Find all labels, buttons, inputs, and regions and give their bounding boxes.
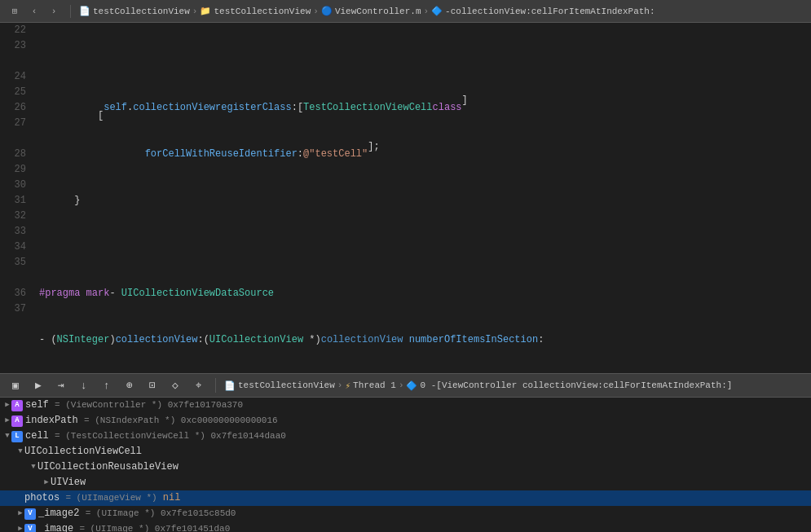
- code-line-22: [39, 54, 804, 69]
- var-type-icon-image: V: [24, 524, 36, 533]
- debug-bc-sep-2: ›: [399, 380, 404, 390]
- debug-bc-item-1: testCollectionView: [238, 380, 335, 390]
- var-type-image2: = (UIImage *) 0x7fe1015c85d0: [86, 506, 236, 521]
- step-into-button[interactable]: ↓: [75, 376, 93, 394]
- var-type-icon-cell: L: [11, 431, 23, 442]
- var-type-cell: = (TestCollectionViewCell *) 0x7fe10144d…: [55, 429, 286, 444]
- debug-divider: [215, 378, 216, 393]
- code-line-23: [self.collectionView registerClass:[Test…: [39, 100, 804, 116]
- var-row-uiview[interactable]: ▶ UIView: [0, 475, 811, 490]
- breadcrumb: 📄 testCollectionView › 📁 testCollectionV…: [79, 6, 804, 16]
- breadcrumb-item-3[interactable]: 🔵 ViewController.m: [321, 6, 421, 16]
- code-line-24: }: [39, 193, 804, 209]
- objc-file-icon: 🔵: [321, 6, 333, 16]
- breadcrumb-item-4[interactable]: 🔷 -collectionView:cellForItemAtIndexPath…: [431, 6, 655, 16]
- folder-icon: 📁: [200, 6, 211, 16]
- var-type-self: = (ViewController *) 0x7fe10170a370: [55, 398, 243, 413]
- view-debugger-button[interactable]: ⊡: [143, 376, 161, 394]
- breadcrumb-label-4: -collectionView:cellForItemAtIndexPath:: [445, 7, 655, 16]
- var-row-cell[interactable]: ▼ L cell = (TestCollectionViewCell *) 0x…: [0, 429, 811, 444]
- step-out-button[interactable]: ↑: [98, 376, 116, 394]
- continue-button[interactable]: ▶: [29, 376, 47, 394]
- forward-button[interactable]: ›: [46, 4, 62, 19]
- expand-icon-indexpath: ▶: [3, 413, 11, 429]
- var-row-self[interactable]: ▶ A self = (ViewController *) 0x7fe10170…: [0, 398, 811, 413]
- toolbar-divider: [70, 5, 71, 18]
- expand-icon-image2: ▶: [16, 506, 24, 521]
- expand-icon-uicrv: ▼: [29, 459, 37, 475]
- step-over-button[interactable]: ⇥: [52, 376, 70, 394]
- var-row-image[interactable]: ▶ V _image = (UIImage *) 0x7fe101451da0: [0, 521, 811, 532]
- var-name-indexpath: indexPath: [25, 413, 78, 429]
- code-line-23b: forCellWithReuseIdentifier:@"testCell"];: [39, 147, 804, 162]
- var-value-photos: nil: [163, 490, 181, 506]
- variables-panel: ▶ A self = (ViewController *) 0x7fe10170…: [0, 398, 811, 532]
- var-row-uicrv[interactable]: ▼ UICollectionReusableView: [0, 459, 811, 475]
- var-row-photos[interactable]: photos = (UIImageView *) nil: [0, 490, 811, 506]
- var-row-uicvc[interactable]: ▼ UICollectionViewCell: [0, 444, 811, 459]
- var-name-uicrv: UICollectionReusableView: [37, 459, 179, 475]
- debug-bc-sep-1: ›: [337, 380, 343, 390]
- breadcrumb-sep-2: ›: [313, 7, 319, 16]
- breadcrumb-label-3: ViewController.m: [335, 7, 421, 16]
- var-type-photos: = (UIImageView *): [65, 490, 156, 506]
- var-name-cell: cell: [25, 429, 49, 444]
- var-name-uicvc: UICollectionViewCell: [24, 444, 142, 459]
- expand-icon-uiview: ▶: [42, 475, 51, 490]
- breadcrumb-item-2[interactable]: 📁 testCollectionView: [200, 6, 311, 16]
- var-type-icon-indexpath: A: [11, 415, 23, 427]
- code-editor: 22 23 24 25 26 27 28 29 30 31 32 33 34 3…: [0, 23, 811, 373]
- debug-bc-item-3: 0 -[ViewController collectionView:cellFo…: [420, 380, 732, 390]
- breakpoints-button[interactable]: ⊕: [121, 376, 139, 394]
- expand-icon-photos: [16, 490, 24, 506]
- line-numbers: 22 23 24 25 26 27 28 29 30 31 32 33 34 3…: [0, 23, 33, 373]
- top-toolbar: ⊞ ‹ › 📄 testCollectionView › 📁 testColle…: [0, 0, 811, 23]
- expand-icon-image: ▶: [16, 521, 24, 532]
- breadcrumb-sep-1: ›: [192, 7, 198, 16]
- code-area[interactable]: [self.collectionView registerClass:[Test…: [33, 23, 811, 373]
- breadcrumb-sep-3: ›: [424, 7, 430, 16]
- grid-icon[interactable]: ⊞: [7, 4, 23, 19]
- expand-icon-self: ▶: [3, 398, 11, 413]
- debug-toolbar: ▣ ▶ ⇥ ↓ ↑ ⊕ ⊡ ◇ ⌖ 📄 testCollectionView ›…: [0, 373, 811, 398]
- method-icon: 🔷: [431, 6, 443, 16]
- debug-bc-icon-3: 🔷: [406, 380, 417, 391]
- var-name-photos: photos: [24, 490, 60, 506]
- var-type-indexpath: = (NSIndexPath *) 0xc000000000000016: [84, 413, 278, 429]
- debug-bc-icon-1: 📄: [224, 380, 236, 391]
- breadcrumb-label-1: testCollectionView: [93, 7, 190, 16]
- nav-buttons: ⊞ ‹ ›: [7, 4, 62, 19]
- debug-breadcrumb: 📄 testCollectionView › ⚡ Thread 1 › 🔷 0 …: [224, 380, 804, 391]
- code-line-26: #pragma mark - UICollectionViewDataSourc…: [39, 286, 804, 301]
- expand-icon-uicvc: ▼: [16, 444, 24, 459]
- breadcrumb-label-2: testCollectionView: [214, 7, 311, 16]
- var-type-image: = (UIImage *) 0x7fe101451da0: [79, 521, 230, 532]
- var-row-indexpath[interactable]: ▶ A indexPath = (NSIndexPath *) 0xc00000…: [0, 413, 811, 429]
- debugger-toggle[interactable]: ▣: [7, 376, 24, 394]
- var-name-image: _image: [38, 521, 73, 532]
- back-button[interactable]: ‹: [26, 4, 42, 19]
- var-type-icon-image2: V: [24, 508, 36, 520]
- expand-icon-cell: ▼: [3, 429, 11, 444]
- debug-bc-icon-2: ⚡: [345, 380, 350, 391]
- code-line-27: - (NSInteger)collectionView:(UICollectio…: [39, 332, 804, 348]
- var-type-icon-self: A: [11, 400, 23, 411]
- memory-button[interactable]: ◇: [166, 376, 184, 394]
- var-name-self: self: [25, 398, 49, 413]
- var-name-image2: _image2: [38, 506, 79, 521]
- breadcrumb-item-1[interactable]: 📄 testCollectionView: [79, 6, 190, 16]
- code-line-25: [39, 240, 804, 255]
- file-icon: 📄: [79, 6, 90, 16]
- var-row-image2[interactable]: ▶ V _image2 = (UIImage *) 0x7fe1015c85d0: [0, 506, 811, 521]
- simulate-location-button[interactable]: ⌖: [189, 376, 207, 394]
- debug-bc-item-2: Thread 1: [353, 380, 396, 390]
- var-name-uiview: UIView: [51, 475, 86, 490]
